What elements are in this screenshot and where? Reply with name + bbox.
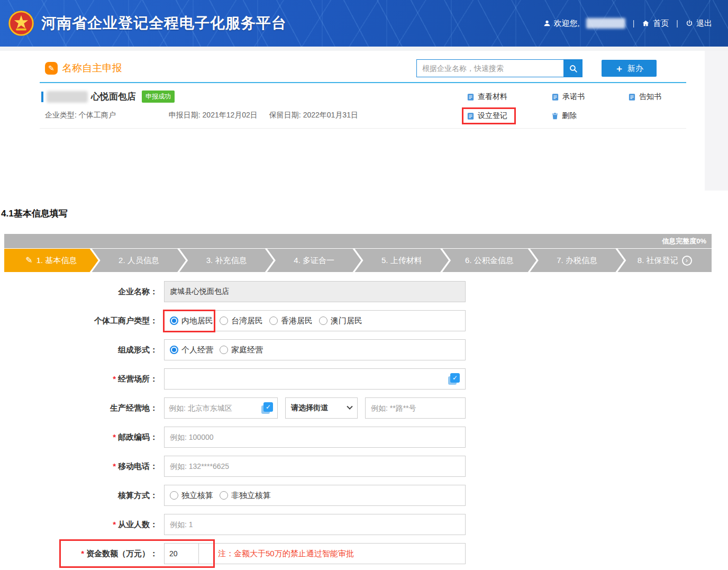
- status-badge: 申报成功: [142, 91, 175, 103]
- declare-date: 申报日期: 2021年12月02日: [169, 111, 258, 120]
- radio-family-operation[interactable]: 家庭经营: [220, 345, 263, 355]
- action-label: 告知书: [639, 92, 661, 102]
- postal-code-row: *邮政编码：: [0, 427, 728, 448]
- radio-icon: [170, 346, 178, 354]
- composition-row: 组成形式： 个人经营 家庭经营: [0, 339, 728, 360]
- new-button-label: 新办: [627, 64, 643, 74]
- street-select[interactable]: 请选择街道: [285, 397, 358, 419]
- radio-non-independent-accounting[interactable]: 非独立核算: [220, 491, 271, 501]
- address-detail-input[interactable]: [365, 397, 466, 419]
- business-place-input[interactable]: [170, 369, 448, 389]
- radio-label: 非独立核算: [231, 491, 271, 501]
- tab-upload-materials[interactable]: 5. 上传材料: [355, 249, 449, 272]
- declaration-record: 心悦面包店 申报成功 企业类型: 个体工商户 申报日期: 2021年12月02日…: [45, 83, 686, 121]
- delete-link[interactable]: 删除: [551, 111, 577, 121]
- mobile-phone-input[interactable]: [164, 456, 466, 477]
- tab-social-security[interactable]: 8. 社保登记 ›: [617, 249, 712, 272]
- composition-group: 个人经营 家庭经营: [164, 339, 466, 360]
- search-button[interactable]: [563, 59, 583, 77]
- search-group: [416, 59, 583, 77]
- business-place-field-wrap: ✓: [164, 368, 466, 390]
- tab-personnel-info[interactable]: 2. 人员信息: [92, 249, 186, 272]
- record-divider: [40, 128, 686, 129]
- home-link[interactable]: 首页: [642, 19, 669, 29]
- district-input[interactable]: [169, 398, 261, 418]
- required-marker: *: [113, 432, 116, 441]
- completeness-label: 信息完整度0%: [662, 237, 706, 246]
- postal-code-input[interactable]: [164, 427, 466, 448]
- pencil-icon: ✎: [25, 256, 32, 265]
- radio-icon: [319, 316, 327, 325]
- radio-icon: [170, 491, 178, 500]
- radio-icon: [220, 316, 228, 325]
- mobile-phone-row: *移动电话：: [0, 456, 728, 477]
- home-label: 首页: [653, 19, 669, 29]
- business-place-row: *经营场所： ✓: [0, 368, 728, 390]
- accounting-method-label: 核算方式：: [0, 491, 164, 501]
- tab-basic-info[interactable]: ✎ 1. 基本信息: [4, 249, 98, 272]
- section-title: 名称自主申报: [62, 61, 122, 75]
- postal-code-label: *邮政编码：: [0, 432, 164, 442]
- radio-label: 香港居民: [281, 316, 313, 326]
- name-declaration-panel: ✎ 名称自主申报 ＋ 新办 心悦面包店 申报成功: [0, 51, 705, 191]
- capital-amount-row: *资金数额（万元）： 注：金额大于50万的禁止通过智能审批: [0, 543, 728, 564]
- radio-taiwan-resident[interactable]: 台湾居民: [220, 316, 263, 326]
- header-separator: |: [676, 19, 678, 28]
- chevron-down-icon: [347, 404, 352, 410]
- company-name-label: 企业名称：: [0, 287, 164, 297]
- view-materials-link[interactable]: 查看材料: [467, 92, 507, 102]
- radio-hongkong-resident[interactable]: 香港居民: [269, 316, 313, 326]
- radio-macau-resident[interactable]: 澳门居民: [319, 316, 362, 326]
- capital-amount-input[interactable]: [164, 543, 199, 564]
- radio-individual-operation[interactable]: 个人经营: [170, 345, 213, 355]
- redacted-username: [586, 18, 625, 29]
- radio-label: 独立核算: [181, 491, 213, 501]
- step-wizard: 信息完整度0% ✎ 1. 基本信息 2. 人员信息 3. 补充信息 4. 多证合…: [4, 234, 712, 272]
- radio-icon: [170, 316, 178, 325]
- record-name: 心悦面包店: [91, 91, 136, 103]
- action-label: 删除: [562, 111, 577, 121]
- production-place-label: 生产经营地：: [0, 403, 164, 413]
- required-marker: *: [81, 549, 84, 558]
- accounting-method-group: 独立核算 非独立核算: [164, 485, 466, 506]
- commitment-letter-link[interactable]: 承诺书: [551, 92, 585, 102]
- capital-amount-note: 注：金额大于50万的禁止通过智能审批: [218, 549, 354, 559]
- radio-label: 澳门居民: [331, 316, 362, 326]
- setup-registration-link[interactable]: 设立登记: [467, 111, 507, 121]
- doc-heading: 4.1基本信息填写: [1, 207, 728, 220]
- tab-tax-info[interactable]: 7. 办税信息: [530, 249, 624, 272]
- employee-count-label: *从业人数：: [0, 520, 164, 530]
- tab-label: 4. 多证合一: [294, 256, 334, 266]
- production-place-row: 生产经营地： ✓ 请选择街道: [0, 397, 728, 419]
- logout-link[interactable]: 退出: [686, 19, 712, 29]
- edit-icon: ✎: [45, 62, 58, 75]
- employee-count-input[interactable]: [164, 514, 466, 535]
- address-picker-icon[interactable]: ✓: [448, 373, 460, 385]
- notification-letter-link[interactable]: 告知书: [628, 92, 661, 102]
- radio-independent-accounting[interactable]: 独立核算: [170, 491, 213, 501]
- radio-mainland-resident[interactable]: 内地居民: [170, 316, 213, 326]
- user-icon: [543, 20, 551, 27]
- radio-label: 台湾居民: [231, 316, 263, 326]
- search-input[interactable]: [416, 59, 563, 77]
- retain-date: 保留日期: 2022年01月31日: [269, 111, 358, 120]
- search-icon: [569, 64, 578, 73]
- tab-label: 3. 补充信息: [206, 256, 247, 266]
- home-icon: [642, 20, 650, 27]
- tab-supplementary-info[interactable]: 3. 补充信息: [179, 249, 274, 272]
- radio-icon: [269, 316, 278, 325]
- action-label: 设立登记: [478, 111, 507, 121]
- action-label: 承诺书: [562, 92, 585, 102]
- header-separator: |: [633, 19, 635, 28]
- mobile-phone-label: *移动电话：: [0, 462, 164, 472]
- street-select-value: 请选择街道: [291, 403, 328, 413]
- household-type-group: 内地居民 台湾居民 香港居民 澳门居民: [164, 310, 466, 331]
- tab-label: 7. 办税信息: [557, 256, 597, 266]
- document-icon: [467, 112, 475, 120]
- new-application-button[interactable]: ＋ 新办: [602, 60, 657, 77]
- district-picker-icon[interactable]: ✓: [261, 402, 273, 414]
- record-actions: 查看材料 承诺书 告知书 设立登记 删除: [467, 91, 686, 121]
- chevron-right-circle-icon[interactable]: ›: [682, 256, 692, 266]
- tab-multi-certificate[interactable]: 4. 多证合一: [267, 249, 361, 272]
- tab-provident-fund[interactable]: 6. 公积金信息: [442, 249, 536, 272]
